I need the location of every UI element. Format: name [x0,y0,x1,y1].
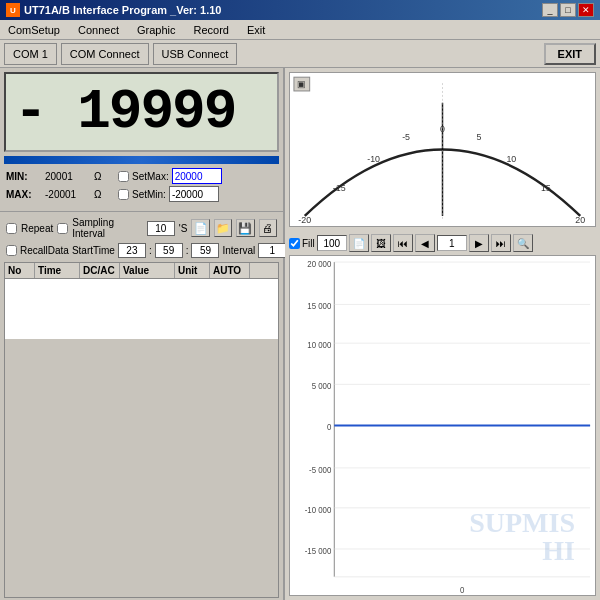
chart-area: 20 000 15 000 10 000 5 000 0 -5 000 -10 … [289,255,596,596]
save-icon-btn[interactable]: 💾 [236,219,254,237]
table-body [5,279,278,339]
blue-stripe [4,156,279,164]
interval-label: Interval [222,245,255,256]
folder-icon-btn[interactable]: 📁 [214,219,232,237]
menu-record[interactable]: Record [190,23,233,37]
title-bar: U UT71A/B Interface Program _Ver: 1.10 _… [0,0,600,20]
new-chart-btn[interactable]: 📄 [349,234,369,252]
setmax-input[interactable] [172,168,222,184]
svg-text:10 000: 10 000 [307,339,331,350]
setmax-checkbox-container: SetMax: [118,168,222,184]
menu-comsetup[interactable]: ComSetup [4,23,64,37]
svg-text:-10: -10 [367,154,380,164]
svg-text:0: 0 [440,124,445,134]
svg-text:-15 000: -15 000 [305,545,332,556]
menu-connect[interactable]: Connect [74,23,123,37]
svg-text:-20: -20 [298,215,311,225]
fill-value-input[interactable] [317,235,347,251]
zoom-btn[interactable]: 🔍 [513,234,533,252]
open-chart-btn[interactable]: 🖼 [371,234,391,252]
recall-row: RecallData StartTime : : Interval 'S [0,241,283,260]
window-controls: _ □ ✕ [542,3,594,17]
main-content: - 19999 MIN: 20001 Ω SetMax: MAX: -20001… [0,68,600,600]
sampling-checkbox[interactable] [57,223,68,234]
interval-value-input[interactable] [258,243,286,258]
svg-text:10: 10 [506,154,516,164]
recall-min-input[interactable] [155,243,183,258]
exit-button[interactable]: EXIT [544,43,596,65]
recall-hour-input[interactable] [118,243,146,258]
col-time: Time [35,263,80,278]
recall-sec-input[interactable] [191,243,219,258]
min-unit: Ω [94,171,114,182]
svg-text:20: 20 [575,215,585,225]
svg-text:20 000: 20 000 [307,258,331,269]
print-icon-btn[interactable]: 🖨 [259,219,277,237]
svg-text:-15: -15 [333,183,346,193]
prev-btn[interactable]: ◀ [415,234,435,252]
recall-checkbox[interactable] [6,245,17,256]
repeat-checkbox[interactable] [6,223,17,234]
setmin-checkbox[interactable] [118,189,129,200]
table-header: No Time DC/AC Value Unit AUTO [5,263,278,279]
fill-checkbox[interactable] [289,238,300,249]
toolbar: COM 1 COM Connect USB Connect EXIT [0,40,600,68]
svg-text:5: 5 [476,132,481,142]
com-connect-button[interactable]: COM Connect [61,43,149,65]
max-label: MAX: [6,189,41,200]
page-input[interactable] [437,235,467,251]
usb-connect-button[interactable]: USB Connect [153,43,238,65]
col-no: No [5,263,35,278]
min-label: MIN: [6,171,41,182]
data-table: No Time DC/AC Value Unit AUTO [4,262,279,598]
setmin-input[interactable] [169,186,219,202]
fill-checkbox-container: Fill [289,238,315,249]
next-btn[interactable]: ▶ [469,234,489,252]
col-auto: AUTO [210,263,250,278]
chart-toolbar: Fill 📄 🖼 ⏮ ◀ ▶ ⏭ 🔍 [285,231,600,255]
last-btn[interactable]: ⏭ [491,234,511,252]
col-value: Value [120,263,175,278]
svg-text:15: 15 [541,183,551,193]
restore-button[interactable]: □ [560,3,576,17]
svg-text:-5: -5 [402,132,410,142]
setmax-checkbox[interactable] [118,171,129,182]
watermark-line2: HI [469,537,575,565]
max-value: -20001 [45,189,90,200]
setmin-label: SetMin: [132,189,166,200]
menu-bar: ComSetup Connect Graphic Record Exit [0,20,600,40]
sampling-value-input[interactable] [147,221,175,236]
info-section: MIN: 20001 Ω SetMax: MAX: -20001 Ω SetMi… [0,164,283,208]
app-icon: U [6,3,20,17]
fill-label: Fill [302,238,315,249]
svg-text:15 000: 15 000 [307,300,331,311]
control-row: Repeat Sampling Interval 'S 📄 📁 💾 🖨 [0,215,283,241]
first-btn[interactable]: ⏮ [393,234,413,252]
min-value: 20001 [45,171,90,182]
setmax-label: SetMax: [132,171,169,182]
svg-text:-10 000: -10 000 [305,504,332,515]
starttime-label: StartTime [72,245,115,256]
close-button[interactable]: ✕ [578,3,594,17]
left-panel: - 19999 MIN: 20001 Ω SetMax: MAX: -20001… [0,68,285,600]
gauge-area: -20 -15 -10 -5 0 5 10 15 20 ▣ [289,72,596,227]
minimize-button[interactable]: _ [542,3,558,17]
window-title: UT71A/B Interface Program _Ver: 1.10 [24,4,221,16]
file-icon-btn[interactable]: 📄 [191,219,209,237]
sampling-label: Sampling Interval [72,217,142,239]
com1-button[interactable]: COM 1 [4,43,57,65]
repeat-label: Repeat [21,223,53,234]
col-unit: Unit [175,263,210,278]
svg-text:5 000: 5 000 [312,380,332,391]
menu-exit[interactable]: Exit [243,23,269,37]
col-dcac: DC/AC [80,263,120,278]
watermark: SUPMIS HI [469,509,575,565]
svg-text:-5 000: -5 000 [309,464,331,475]
sampling-unit: 'S [179,223,188,234]
setmin-checkbox-container: SetMin: [118,186,219,202]
recall-label: RecallData [20,245,69,256]
right-panel: -20 -15 -10 -5 0 5 10 15 20 ▣ Fill 📄 [285,68,600,600]
menu-graphic[interactable]: Graphic [133,23,180,37]
app-icon-text: U [10,6,16,15]
svg-text:0: 0 [460,584,464,595]
